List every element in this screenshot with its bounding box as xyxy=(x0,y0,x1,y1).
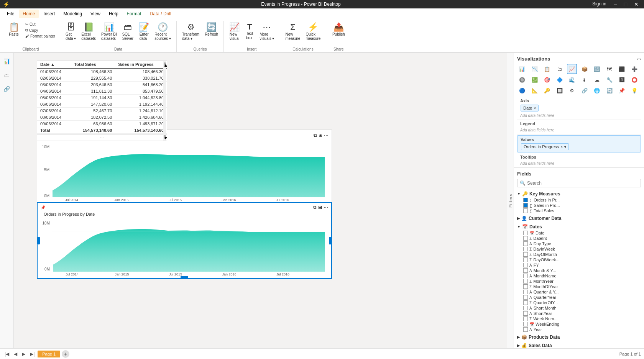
field-checkbox-2-15[interactable] xyxy=(523,311,528,316)
copy-button[interactable]: ⧉ Copy xyxy=(24,27,57,33)
col-total-sales[interactable]: Total Sales xyxy=(71,61,115,68)
viz-icon-4[interactable]: 📈 xyxy=(567,64,577,74)
chart2-more-icon[interactable]: ⋯ xyxy=(324,205,328,210)
field-item-2-3[interactable]: ΣDayInWeek xyxy=(517,246,641,252)
fields-group-header-1[interactable]: ▶👤Customer Data xyxy=(517,215,641,222)
paste-button[interactable]: 📋 Paste xyxy=(5,21,23,38)
field-item-2-14[interactable]: AShort Month xyxy=(517,305,641,311)
viz-icon-21[interactable]: 📐 xyxy=(530,85,540,95)
field-item-0-2[interactable]: ∑Total Sales xyxy=(517,208,641,213)
menu-view[interactable]: View xyxy=(87,10,104,18)
field-checkbox-2-3[interactable] xyxy=(523,247,528,251)
maximize-btn[interactable]: □ xyxy=(622,1,629,7)
field-checkbox-2-9[interactable] xyxy=(523,279,528,284)
fields-group-header-3[interactable]: ▶📦Products Data xyxy=(517,334,641,341)
page-next[interactable]: ▶ xyxy=(20,351,27,357)
field-item-2-15[interactable]: AShortYear xyxy=(517,311,641,316)
chart2-container[interactable]: 📌 ⧉ ⊞ ⋯ Orders in Progress by Date xyxy=(37,202,332,279)
viz-icon-13[interactable]: 🔷 xyxy=(555,75,565,85)
sidebar-model-icon[interactable]: 🔗 xyxy=(2,84,12,94)
field-item-2-17[interactable]: 📅WeekEnding xyxy=(517,321,641,327)
field-item-2-12[interactable]: AQuarterYear xyxy=(517,295,641,300)
excel-button[interactable]: 📗 Exceldatasets xyxy=(79,21,98,42)
field-checkbox-2-1[interactable] xyxy=(523,236,528,241)
text-box-button[interactable]: T Textbox xyxy=(243,21,256,41)
chart1-focus-icon[interactable]: ⊞ xyxy=(319,133,322,138)
field-checkbox-2-11[interactable] xyxy=(523,290,528,294)
col-sales-in-progress[interactable]: Sales in Progress xyxy=(115,61,167,68)
field-checkbox-2-16[interactable] xyxy=(523,316,528,321)
viz-icon-1[interactable]: 📉 xyxy=(530,64,540,74)
viz-icon-27[interactable]: 🔄 xyxy=(605,85,614,95)
scrollbar-down[interactable]: ▼ xyxy=(164,135,166,139)
field-item-2-4[interactable]: ΣDayOfMonth xyxy=(517,252,641,257)
field-checkbox-2-13[interactable] xyxy=(523,300,528,305)
values-dropdown[interactable]: ▾ xyxy=(564,145,566,149)
viz-icon-19[interactable]: ⭕ xyxy=(629,75,639,85)
viz-icon-29[interactable]: 💡 xyxy=(629,85,639,95)
sidebar-report-icon[interactable]: 📊 xyxy=(2,56,12,67)
publish-button[interactable]: 📤 Publish xyxy=(329,21,348,38)
table-grab-handle[interactable]: ⋯ xyxy=(37,134,167,141)
viz-icon-22[interactable]: 🔑 xyxy=(542,85,552,95)
fields-group-header-0[interactable]: ▼🔑Key Measures xyxy=(517,190,641,197)
recent-sources-button[interactable]: 🕐 Recentsources ▾ xyxy=(152,21,173,42)
field-checkbox-2-7[interactable] xyxy=(523,268,528,273)
axis-date-pill[interactable]: Date × xyxy=(521,105,539,111)
viz-icon-15[interactable]: 🌡 xyxy=(580,75,590,85)
page-last[interactable]: ▶| xyxy=(28,351,36,357)
viz-icon-16[interactable]: ☁ xyxy=(592,75,602,85)
viz-icon-24[interactable]: ⚙ xyxy=(567,85,577,95)
menu-data-drill[interactable]: Data / Drill xyxy=(146,10,175,18)
field-item-2-13[interactable]: ΣQuarterOfY... xyxy=(517,300,641,305)
field-item-2-18[interactable]: AYear xyxy=(517,327,641,332)
field-item-2-9[interactable]: ΣMonthYear xyxy=(517,279,641,284)
menu-help[interactable]: Help xyxy=(105,10,122,18)
field-item-2-16[interactable]: ΣWeek Num... xyxy=(517,316,641,321)
powerbi-datasets-button[interactable]: 📊 Power BIdatasets xyxy=(99,21,119,42)
viz-icon-6[interactable]: 🔢 xyxy=(592,64,602,74)
field-item-2-1[interactable]: ΣDateInt xyxy=(517,236,641,241)
viz-icon-14[interactable]: 🌊 xyxy=(567,75,577,85)
viz-icon-17[interactable]: 🔧 xyxy=(605,75,614,85)
viz-icon-2[interactable]: 📋 xyxy=(542,64,552,74)
values-field-remove[interactable]: × xyxy=(560,145,563,149)
viz-icon-25[interactable]: 🔗 xyxy=(580,85,590,95)
field-item-2-10[interactable]: ΣMonthOfYear xyxy=(517,284,641,289)
close-btn[interactable]: ✕ xyxy=(632,1,641,7)
resize-bottom[interactable] xyxy=(181,276,188,278)
menu-home[interactable]: Home xyxy=(19,10,39,18)
search-input[interactable] xyxy=(527,180,638,186)
get-data-button[interactable]: 🗄 Getdata ▾ xyxy=(63,21,78,42)
viz-icon-23[interactable]: 🔲 xyxy=(555,85,565,95)
field-item-2-11[interactable]: AQuarter & Y... xyxy=(517,289,641,295)
field-item-0-0[interactable]: ∑Orders in Pr... xyxy=(517,197,641,203)
field-item-0-1[interactable]: ∑Sales in Pro... xyxy=(517,203,641,208)
field-item-2-8[interactable]: AMonthName xyxy=(517,273,641,279)
viz-arrow-left[interactable]: ‹ xyxy=(637,56,639,62)
sidebar-data-icon[interactable]: 🗃 xyxy=(2,70,12,80)
field-checkbox-2-12[interactable] xyxy=(523,295,528,300)
chart2-filter-icon[interactable]: ⧉ xyxy=(313,205,317,210)
field-item-2-5[interactable]: ΣDayOfWeek... xyxy=(517,257,641,262)
values-field-pill[interactable]: Orders in Progress × ▾ xyxy=(521,143,569,150)
field-item-2-7[interactable]: AMonth & Y... xyxy=(517,268,641,273)
chart1-more-icon[interactable]: ⋯ xyxy=(324,133,329,138)
refresh-button[interactable]: 🔄 Refresh xyxy=(202,21,220,38)
viz-icon-26[interactable]: 🌐 xyxy=(592,85,602,95)
field-item-2-6[interactable]: AFY xyxy=(517,262,641,268)
field-checkbox-2-18[interactable] xyxy=(523,327,528,332)
viz-icon-18[interactable]: 🅰 xyxy=(617,75,627,85)
field-checkbox-2-17[interactable] xyxy=(523,322,528,326)
menu-format[interactable]: Format xyxy=(123,10,145,18)
menu-file[interactable]: File xyxy=(3,10,18,18)
viz-icon-11[interactable]: 💹 xyxy=(530,75,540,85)
viz-icon-7[interactable]: 🗺 xyxy=(605,64,614,74)
page-tab-1[interactable]: Page 1 xyxy=(38,351,60,357)
field-checkbox-2-14[interactable] xyxy=(523,306,528,310)
new-visual-button[interactable]: 📈 Newvisual xyxy=(227,21,242,42)
resize-left[interactable] xyxy=(38,237,40,244)
viz-arrow-right[interactable]: › xyxy=(639,56,641,62)
viz-icon-28[interactable]: 📌 xyxy=(617,85,627,95)
filters-sidebar[interactable]: Filters xyxy=(507,53,514,348)
